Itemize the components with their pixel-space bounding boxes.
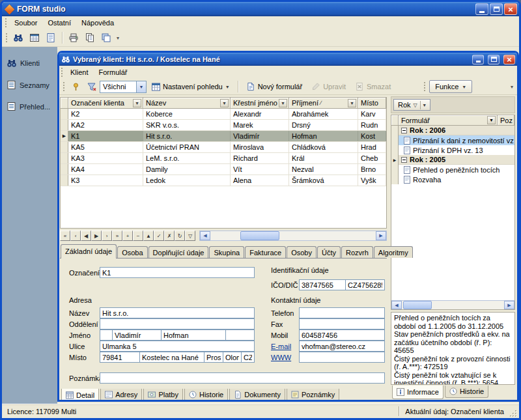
copy-button[interactable] [82, 31, 98, 45]
tab-zakladni-udaje[interactable]: Základní údaje [61, 244, 117, 259]
tab-poznamky[interactable]: Poznámky [287, 389, 339, 401]
tab-informace[interactable]: Informace [392, 385, 444, 399]
cell-prijmeni[interactable]: Chládková [289, 142, 358, 152]
table-row[interactable]: KA3 LeM. s.r.o. Richard Král Cheb [61, 153, 386, 164]
www-input[interactable] [299, 352, 385, 363]
cell-krestni[interactable]: Alena [231, 175, 289, 186]
email-link-label[interactable]: E-mail [271, 343, 291, 350]
cell-oznaceni[interactable]: K1 [68, 131, 143, 141]
sidebar-item-prehled[interactable]: Přehled... [2, 100, 57, 113]
cell-nazev[interactable]: LeM. s.r.o. [143, 153, 231, 163]
column-dropdown-icon[interactable]: ▼ [420, 101, 429, 109]
oznaceni-input[interactable] [100, 267, 255, 278]
client-minimize-button[interactable] [472, 55, 484, 64]
table-row[interactable]: K2 Koberce Alexandr Abrahámek Karv [61, 109, 386, 120]
column-header-formular[interactable]: Formulář▼ [399, 115, 498, 126]
cell-oznaceni[interactable]: K2 [68, 109, 143, 119]
menubar-grip[interactable] [5, 18, 7, 27]
cell-oznaceni[interactable]: KA4 [68, 164, 143, 175]
nav-prior-page-button[interactable]: ‹ [70, 231, 81, 241]
titul-za-input[interactable] [225, 329, 255, 341]
menu-klient[interactable]: Klient [65, 66, 94, 78]
menu-soubor[interactable]: Soubor [9, 17, 42, 29]
toolbar-overflow-icon[interactable]: ▾ [115, 35, 121, 41]
cell-oznaceni[interactable]: KA5 [68, 142, 143, 152]
kraj-input[interactable] [223, 352, 242, 363]
list-item[interactable]: Přiznání k DPH vz. 13 [391, 145, 514, 155]
tab-osoby[interactable]: Osoby [287, 246, 317, 258]
tab-algoritmy[interactable]: Algoritmy [374, 246, 413, 258]
forms-horizontal-scrollbar[interactable]: ◀ ▶ [391, 300, 514, 309]
tab-ucty[interactable]: Účty [317, 246, 341, 258]
edit-button[interactable]: Upravit [307, 80, 350, 94]
sidebar-item-seznamy[interactable]: Seznamy [2, 78, 57, 92]
table-row[interactable]: KA5 Účetnictví PRAN Miroslava Chládková … [61, 142, 386, 153]
scrollbar-thumb[interactable] [240, 231, 279, 240]
list-item[interactable]: Rozvaha [391, 175, 514, 184]
print-button[interactable] [66, 31, 81, 45]
nav-insert-button[interactable]: + [122, 231, 133, 241]
scroll-right-icon[interactable]: ▶ [376, 231, 386, 240]
lists-button[interactable] [27, 31, 42, 45]
table-row[interactable]: KA4 Damily Vít Nezval Brno [61, 164, 386, 175]
tab-historie-forms[interactable]: Historie [445, 385, 488, 398]
toolbar-grip[interactable] [63, 82, 64, 91]
clients-button[interactable] [10, 31, 26, 45]
cell-oznaceni[interactable]: KA3 [68, 153, 143, 163]
chevron-down-icon[interactable]: ▼ [136, 81, 146, 92]
cell-misto[interactable]: Karv [358, 109, 386, 119]
cell-misto[interactable]: Hrad [358, 142, 386, 152]
resize-grip[interactable] [508, 408, 518, 418]
nav-prior-button[interactable]: ◀ [81, 231, 91, 241]
cell-krestni[interactable]: Vladimír [231, 131, 289, 141]
cell-prijmeni[interactable]: Král [289, 153, 358, 163]
client-titlebar[interactable]: Vybraný klient: Hit s.r.o. / Kostelec na… [59, 53, 517, 66]
column-header-krestni-jmeno[interactable]: Křestní jméno▼ [231, 98, 289, 109]
nazev-input[interactable] [100, 307, 255, 318]
cell-krestni[interactable]: Miroslava [231, 142, 289, 152]
ulice-input[interactable] [100, 341, 255, 352]
delete-button[interactable]: Smazat [351, 80, 395, 94]
table-row[interactable]: KA2 SKR v.o.s. Marek Drsný Rudn [61, 120, 386, 131]
close-button[interactable]: × [504, 3, 517, 15]
collapse-icon[interactable] [401, 157, 407, 163]
toolbar-overflow-icon[interactable]: ▾ [509, 84, 515, 90]
table-row[interactable]: K3 Ledok Alena Šrámková Vyšk [61, 175, 386, 186]
cell-prijmeni[interactable]: Abrahámek [289, 109, 358, 119]
collapse-icon[interactable] [401, 128, 407, 133]
cell-nazev[interactable]: Damily [143, 164, 231, 175]
tab-dokumenty[interactable]: Dokumenty [229, 389, 285, 401]
column-dropdown-icon[interactable]: ▼ [487, 116, 496, 124]
cell-oznaceni[interactable]: KA2 [68, 120, 143, 130]
client-maximize-button[interactable] [488, 55, 500, 64]
krestni-jmeno-input[interactable] [112, 329, 162, 341]
group-row-2005[interactable]: ▶ Rok : 2005 [391, 155, 514, 165]
menu-napoveda[interactable]: Nápověda [76, 17, 119, 29]
tab-osoba[interactable]: Osoba [117, 246, 147, 258]
pin-button[interactable] [68, 80, 83, 93]
cell-misto[interactable]: Vyšk [358, 175, 386, 186]
okres-input[interactable] [204, 352, 223, 363]
fax-input[interactable] [299, 318, 385, 329]
view-settings-button[interactable]: Nastavení pohledu ▼ [148, 80, 234, 94]
overview-button[interactable] [43, 31, 59, 45]
psc-input[interactable] [100, 352, 140, 363]
obec-input[interactable] [139, 352, 204, 363]
telefon-input[interactable] [299, 307, 385, 318]
titul-input[interactable] [100, 329, 113, 341]
poznamka-input[interactable] [100, 372, 385, 384]
cell-krestni[interactable]: Vít [231, 164, 289, 175]
scrollbar-track[interactable] [402, 301, 504, 309]
table-row-selected[interactable]: ▶ K1 Hit s.r.o. Vladimír Hofman Kost [61, 131, 386, 142]
sidebar-item-klienti[interactable]: Klienti [2, 56, 57, 70]
cell-oznaceni[interactable]: K3 [68, 175, 143, 186]
tab-detail[interactable]: Detail [61, 389, 99, 402]
nav-cancel-button[interactable]: ✗ [164, 231, 175, 241]
nav-next-page-button[interactable]: › [102, 231, 112, 241]
mobil-input[interactable] [299, 329, 385, 341]
new-form-button[interactable]: Nový formulář [242, 80, 306, 94]
toolbar-grip[interactable] [424, 82, 425, 91]
tab-platby[interactable]: Platby [143, 389, 183, 401]
column-header-oznaceni-klienta[interactable]: Označení klienta▼ [68, 98, 143, 109]
nav-edit-button[interactable]: ▲ [143, 231, 154, 241]
